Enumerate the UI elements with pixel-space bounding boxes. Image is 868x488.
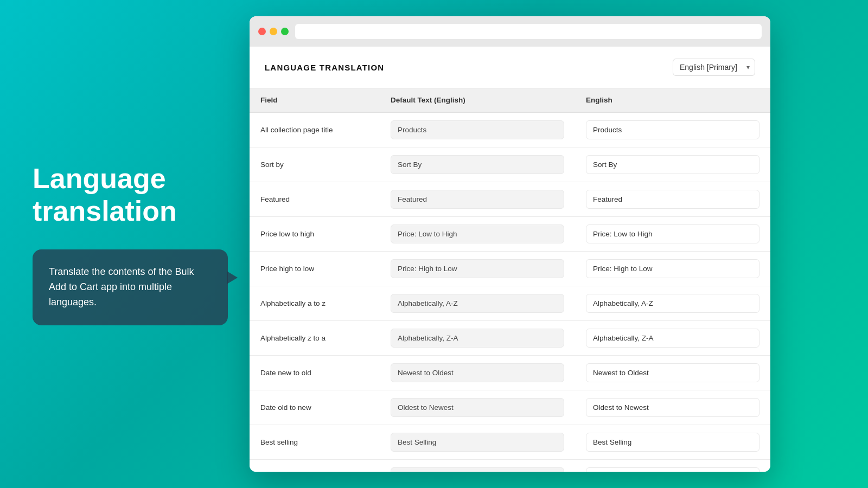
app-header: LANGUAGE TRANSLATION English [Primary] F…	[250, 47, 770, 88]
field-cell: Best selling	[250, 425, 380, 460]
field-cell: All collection page title	[250, 112, 380, 147]
default-text-input[interactable]	[391, 398, 564, 417]
english-text-input[interactable]	[586, 363, 760, 382]
field-cell: Date old to new	[250, 390, 380, 425]
traffic-lights	[258, 28, 289, 35]
english-text-cell	[575, 425, 770, 460]
english-text-input[interactable]	[586, 433, 760, 452]
english-text-input[interactable]	[586, 259, 760, 278]
default-text-input[interactable]	[391, 190, 564, 209]
default-text-cell	[380, 356, 575, 390]
english-text-cell	[575, 182, 770, 217]
default-text-cell	[380, 425, 575, 460]
field-cell: Sort by	[250, 147, 380, 182]
description-text: Translate the contents of the Bulk Add t…	[49, 265, 212, 310]
english-text-input[interactable]	[586, 190, 760, 209]
english-text-cell	[575, 390, 770, 425]
english-text-input[interactable]	[586, 398, 760, 417]
default-text-cell	[380, 460, 575, 472]
table-row: Sort by	[250, 147, 770, 182]
field-cell: Alphabetically z to a	[250, 321, 380, 356]
table-row: All collection page title	[250, 112, 770, 147]
default-text-input[interactable]	[391, 467, 564, 472]
maximize-button[interactable]	[281, 28, 289, 35]
browser-chrome	[250, 16, 770, 47]
english-text-input[interactable]	[586, 155, 760, 174]
col-header-default: Default Text (English)	[380, 88, 575, 112]
english-text-cell	[575, 460, 770, 472]
default-text-cell	[380, 252, 575, 286]
language-select[interactable]: English [Primary] French Spanish German …	[673, 59, 755, 76]
table-header-row: Field Default Text (English) English	[250, 88, 770, 112]
english-text-cell	[575, 356, 770, 390]
default-text-input[interactable]	[391, 224, 564, 243]
default-text-input[interactable]	[391, 363, 564, 382]
default-text-cell	[380, 112, 575, 147]
default-text-input[interactable]	[391, 259, 564, 278]
field-cell: Price high to low	[250, 252, 380, 286]
default-text-input[interactable]	[391, 329, 564, 348]
default-text-cell	[380, 321, 575, 356]
table-row: Date new to old	[250, 356, 770, 390]
language-select-wrapper: English [Primary] French Spanish German …	[673, 59, 755, 76]
app-title: LANGUAGE TRANSLATION	[265, 63, 384, 72]
table-body: All collection page titleSort byFeatured…	[250, 112, 770, 472]
default-text-cell	[380, 182, 575, 217]
close-button[interactable]	[258, 28, 266, 35]
table-row: Price low to high	[250, 217, 770, 252]
english-text-input[interactable]	[586, 224, 760, 243]
field-cell: Price low to high	[250, 217, 380, 252]
table-head: Field Default Text (English) English	[250, 88, 770, 112]
col-header-english: English	[575, 88, 770, 112]
english-text-input[interactable]	[586, 329, 760, 348]
english-text-cell	[575, 147, 770, 182]
table-row: Alphabetically z to a	[250, 321, 770, 356]
page-heading: Language translation	[33, 163, 228, 228]
left-panel: Language translation Translate the conte…	[22, 141, 250, 346]
default-text-cell	[380, 390, 575, 425]
english-text-cell	[575, 112, 770, 147]
translation-table: Field Default Text (English) English All…	[250, 88, 770, 472]
table-row: Date old to new	[250, 390, 770, 425]
english-text-cell	[575, 321, 770, 356]
app-content: LANGUAGE TRANSLATION English [Primary] F…	[250, 47, 770, 472]
english-text-cell	[575, 217, 770, 252]
field-cell: Products text	[250, 460, 380, 472]
field-cell: Date new to old	[250, 356, 380, 390]
english-text-input[interactable]	[586, 467, 760, 472]
table-row: Products text	[250, 460, 770, 472]
table-row: Best selling	[250, 425, 770, 460]
col-header-field: Field	[250, 88, 380, 112]
default-text-input[interactable]	[391, 120, 564, 139]
browser-window: LANGUAGE TRANSLATION English [Primary] F…	[250, 16, 770, 472]
english-text-cell	[575, 252, 770, 286]
default-text-cell	[380, 286, 575, 321]
table-row: Featured	[250, 182, 770, 217]
description-box: Translate the contents of the Bulk Add t…	[33, 249, 228, 325]
english-text-input[interactable]	[586, 120, 760, 139]
english-text-cell	[575, 286, 770, 321]
default-text-cell	[380, 147, 575, 182]
default-text-input[interactable]	[391, 433, 564, 452]
page-wrapper: Language translation Translate the conte…	[0, 0, 868, 488]
english-text-input[interactable]	[586, 294, 760, 313]
minimize-button[interactable]	[270, 28, 277, 35]
field-cell: Alphabetically a to z	[250, 286, 380, 321]
table-row: Alphabetically a to z	[250, 286, 770, 321]
address-bar[interactable]	[295, 24, 762, 39]
default-text-cell	[380, 217, 575, 252]
default-text-input[interactable]	[391, 155, 564, 174]
field-cell: Featured	[250, 182, 380, 217]
table-row: Price high to low	[250, 252, 770, 286]
default-text-input[interactable]	[391, 294, 564, 313]
